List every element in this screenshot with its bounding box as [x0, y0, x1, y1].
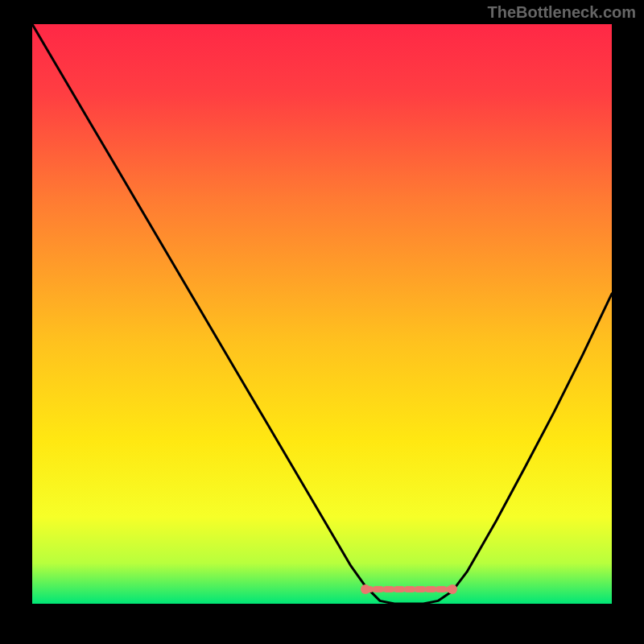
optimum-band-end-dot: [448, 584, 457, 594]
chart-svg: [32, 24, 612, 604]
optimum-band-start-dot: [361, 584, 370, 594]
chart-frame: TheBottleneck.com: [0, 0, 644, 644]
plot-area: [32, 24, 612, 604]
watermark-text: TheBottleneck.com: [488, 3, 636, 22]
